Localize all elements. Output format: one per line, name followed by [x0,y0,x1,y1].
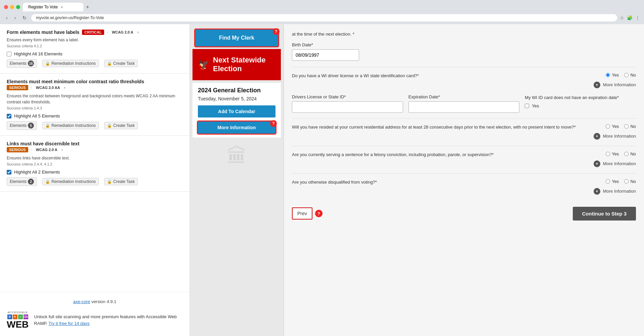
find-clerk-help-icon[interactable]: ? [273,28,280,35]
acc-item-desc-2: Ensures the contrast between foreground … [7,93,183,105]
separator-dot-2: · [31,85,32,90]
id-no-exp-col: My WI ID card does not have an expiratio… [525,94,636,109]
election-title: 2024 General Election [198,87,275,94]
remediation-link-3[interactable]: 🔒 Remediation Instructions [42,178,99,185]
elements-tag-3: Elements 2 [7,177,37,186]
form-bottom-actions: Prev ? Continue to Step 3 [292,203,636,221]
lock-icon-3: 🔒 [45,124,50,128]
highlight-label-2: Highlight All 5 Elements [14,113,60,118]
badge-critical-1: CRITICAL [82,30,104,35]
prev-help-icon[interactable]: ? [315,210,323,217]
refresh-button[interactable]: ↻ [20,14,29,21]
drivers-license-input[interactable] [292,101,403,113]
wi-license-more-info-icon[interactable]: + [594,82,600,88]
browser-tab[interactable]: Register To Vote ✕ [23,3,83,11]
resided-no-radio[interactable] [624,124,629,129]
more-info-button[interactable]: More Information ? [198,122,275,134]
minimize-dot[interactable] [10,5,14,9]
remediation-link-1[interactable]: 🔒 Remediation Instructions [42,60,99,67]
drivers-license-row: Drivers License or State ID* Expiration … [292,94,636,113]
resided-more-info-icon[interactable]: + [594,133,600,140]
wi-license-radio-group: Yes No [606,73,636,78]
wi-license-no-radio[interactable] [624,73,629,77]
find-my-clerk-button[interactable]: Find My Clerk ? [195,30,278,46]
expiration-date-input[interactable] [409,101,520,113]
create-task-link-3[interactable]: 🔒 Create Task [104,178,138,185]
section-divider-1 [292,67,636,67]
disqualified-more-info-icon[interactable]: + [594,188,600,195]
acc-item-desc-1: Ensures every form element has a label. [7,37,183,43]
resided-more-info-text[interactable]: More Information [603,134,636,139]
resided-yes-radio[interactable] [606,124,610,129]
disqualified-yes-radio[interactable] [606,179,610,184]
felony-more-info-icon[interactable]: + [594,160,600,167]
acc-item-criteria-3: Success criteria 2.4.4, 4.1.2 [7,162,183,166]
felony-question: Are you currently serving a sentence for… [292,151,588,158]
new-tab-button[interactable]: + [86,4,89,10]
close-dot[interactable] [4,5,8,9]
aw-promo-link[interactable]: Try it free for 14 days [48,321,89,326]
chevron-right-2[interactable]: › [64,85,66,90]
acc-item-color-contrast: Elements must meet minimum color contras… [0,74,189,136]
highlight-label-3: Highlight All 2 Elements [14,170,60,175]
browser-window-controls [4,5,20,9]
extension-icon[interactable]: 🧩 [627,15,633,20]
acc-item-criteria-1: Success criteria 4.1.2 [7,44,183,48]
separator-dot-3: · [31,147,32,152]
create-task-link-2[interactable]: 🔒 Create Task [104,122,138,129]
birth-date-input[interactable] [292,49,359,61]
expiration-date-col: Expiration Date* [409,94,520,113]
create-task-link-1[interactable]: 🔒 Create Task [104,60,138,67]
id-no-exp-checkbox[interactable] [525,104,529,108]
disqualified-more-info: + More Information [594,188,636,195]
disqualified-more-info-text[interactable]: More Information [603,189,636,194]
resided-more-info: + More Information [594,133,636,140]
axe-core-line: axe-core version 4.9.1 [7,299,183,304]
acc-item-title-3: Links must have discernible text [7,141,79,146]
highlight-checkbox-2[interactable] [7,114,11,118]
wi-license-more-info-text[interactable]: More Information [603,82,636,87]
felony-radio-group: Yes No [606,151,636,156]
aw-logo-web: WEB [7,320,29,329]
maximize-dot[interactable] [16,5,20,9]
elements-tag-1: Elements 16 [7,59,37,68]
remediation-link-2[interactable]: 🔒 Remediation Instructions [42,122,99,129]
lock-icon-2: 🔒 [107,61,112,66]
tab-close-button[interactable]: ✕ [60,5,63,9]
forward-button[interactable]: › [12,14,18,21]
back-button[interactable]: ‹ [4,14,10,21]
add-to-calendar-button[interactable]: Add To Calendar [198,105,275,117]
highlight-checkbox-3[interactable] [7,170,11,175]
highlight-checkbox-1[interactable] [7,52,11,56]
drivers-license-col: Drivers License or State ID* [292,94,403,113]
aw-icon-4: ⌨ [24,315,28,319]
prev-button[interactable]: Prev [292,207,312,220]
disqualified-question: Are you otherwise disqualified from voti… [292,179,588,186]
wcag-badge-3: WCAG 2.0 A [35,147,59,152]
chevron-right-3[interactable]: › [61,147,63,152]
id-no-exp-checkbox-label: Yes [532,103,539,108]
resided-radio-group: Yes No [606,124,636,129]
more-info-help-icon[interactable]: ? [270,120,277,127]
resided-question: Will you have resided at your current re… [292,124,588,131]
tab-title: Register To Vote [28,5,58,9]
felony-group: Are you currently serving a sentence for… [292,151,636,167]
menu-icon[interactable]: ⋮ [635,15,640,20]
resided-group: Will you have resided at your current re… [292,124,636,140]
next-election-banner: 🦅 Next Statewide Election [192,49,281,80]
continue-to-step-3-button[interactable]: Continue to Step 3 [573,207,636,221]
disqualified-no-radio[interactable] [624,179,629,184]
felony-more-info-text[interactable]: More Information [603,161,636,166]
acc-item-links-discernible: Links must have discernible text SERIOUS… [0,136,189,192]
felony-no-radio[interactable] [624,152,629,156]
felony-no-label: No [624,151,636,156]
bookmark-icon[interactable]: ☆ [620,15,624,20]
section-divider-4 [292,173,636,174]
axe-core-link[interactable]: axe-core [73,299,90,304]
address-bar[interactable] [31,14,617,21]
accessibility-panel: Form elements must have labels CRITICAL … [0,24,190,336]
wi-license-yes-label: Yes [606,73,619,78]
wi-license-yes-radio[interactable] [606,73,610,77]
chevron-right-1[interactable]: › [137,30,139,35]
felony-yes-radio[interactable] [606,152,610,156]
